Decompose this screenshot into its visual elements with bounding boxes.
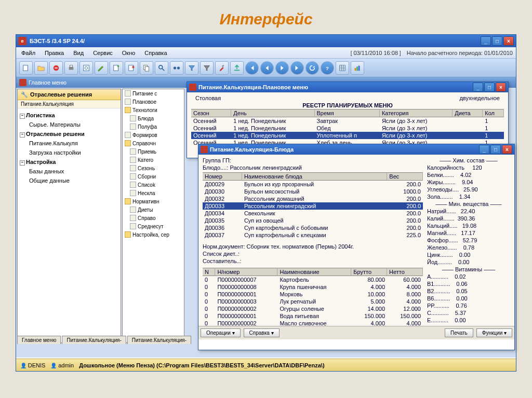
tb-add-icon[interactable] xyxy=(110,61,123,75)
tb-preview-icon[interactable] xyxy=(79,61,93,75)
category-item[interactable]: Сборни xyxy=(123,172,184,181)
ingredient-row[interactable]: 0П00000000001Морковь10.0008.000 xyxy=(203,291,423,298)
tb-first-icon[interactable] xyxy=(245,61,259,75)
menu-edit[interactable]: Правка xyxy=(43,49,66,57)
nav-tree-item[interactable]: Логистика xyxy=(19,111,119,120)
tb-next-icon[interactable] xyxy=(275,61,289,75)
close-button[interactable]: × xyxy=(503,36,514,46)
tb-search-icon[interactable] xyxy=(155,61,168,75)
tb-folder-icon[interactable] xyxy=(34,61,48,75)
ingredient-row[interactable]: 0П00000000002Огурцы соленые14.00012.000 xyxy=(203,305,423,312)
nav-tree-item[interactable]: Питание.Калькуля xyxy=(19,139,119,148)
tb-prev-icon[interactable] xyxy=(260,61,274,75)
dish-row[interactable]: Д00033Рассольник ленинградский200.0 xyxy=(203,202,423,210)
menu-help[interactable]: Справка xyxy=(142,49,169,57)
tb-delete-icon[interactable] xyxy=(49,61,63,75)
ops-button[interactable]: Операции ▾ xyxy=(201,328,241,337)
menu-window[interactable]: Окно xyxy=(120,49,138,57)
print-button[interactable]: Печать xyxy=(445,328,473,337)
plan-max-button[interactable]: □ xyxy=(484,83,495,92)
menu-file[interactable]: Файл xyxy=(19,49,37,57)
svg-rect-18 xyxy=(358,65,360,71)
tb-copy-icon[interactable] xyxy=(140,61,153,75)
tb-help-icon[interactable]: ? xyxy=(321,61,334,75)
dishes-window: Питание.Калькуляция-Блюда _ □ × Группа Г… xyxy=(198,144,515,350)
tb-filter-icon[interactable] xyxy=(185,61,198,75)
ingredient-row[interactable]: 0П00000000008Крупа пшеничная4.0004.000 xyxy=(203,283,423,291)
tb-refresh-icon[interactable] xyxy=(305,61,319,75)
help-button[interactable]: Справка ▾ xyxy=(244,328,280,337)
svg-rect-9 xyxy=(145,66,149,71)
category-item[interactable]: Сезонь xyxy=(123,164,184,172)
nav-tree-item[interactable]: Общие данные xyxy=(19,176,119,185)
dish-close-button[interactable]: × xyxy=(502,145,512,154)
plan-row[interactable]: Осенний1 нед. ПонедельникЗавтракЯсли (до… xyxy=(191,117,504,125)
tb-remove-icon[interactable] xyxy=(125,61,138,75)
ingredient-row[interactable]: 0П00000000001Вода питьевая150.000150.000 xyxy=(203,312,423,320)
nav-tree-item[interactable]: Отраслевые решени xyxy=(19,129,119,139)
category-item[interactable]: Списоk xyxy=(123,181,184,189)
tab-calc2[interactable]: Питание.Калькуляция- xyxy=(127,336,191,344)
category-item[interactable]: Среднесут xyxy=(123,222,184,230)
dish-row[interactable]: Д00035Суп из овощей200.0 xyxy=(203,217,423,224)
status-user: admin xyxy=(50,362,74,368)
category-item[interactable]: Диеты xyxy=(123,205,184,214)
chem-row: Кальций..... 19.08 xyxy=(427,222,510,229)
func-button[interactable]: Функции ▾ xyxy=(476,328,512,337)
plan-close-button[interactable]: × xyxy=(496,83,506,92)
dishes-titlebar[interactable]: Питание.Калькуляция-Блюда _ □ × xyxy=(198,144,514,155)
chem-row: Йод......... 0.00 xyxy=(427,258,510,266)
dish-row[interactable]: Д00029Бульон из кур прозрачный200.0 xyxy=(203,181,423,188)
category-item[interactable]: Справочн xyxy=(123,139,184,147)
ingredient-row[interactable]: 0П00000000007Картофель80.00060.000 xyxy=(203,276,423,283)
plan-menu-titlebar[interactable]: Питание.Калькуляция-Плановое меню _ □ × xyxy=(187,82,508,92)
maximize-button[interactable]: □ xyxy=(492,36,502,46)
tb-edit-icon[interactable] xyxy=(95,61,108,75)
nav-tree-item[interactable]: Базы данных xyxy=(19,167,119,176)
chem-row: А........... 0.02 xyxy=(427,273,510,280)
tb-export-icon[interactable] xyxy=(230,61,244,75)
category-item[interactable]: Технологи xyxy=(123,106,184,114)
category-item[interactable]: Нормативн xyxy=(123,197,184,205)
tb-grid-icon[interactable] xyxy=(336,61,349,75)
category-item[interactable]: Катего xyxy=(123,156,184,164)
plan-row[interactable]: Осенний1 нед. ПонедельникУплотненный пЯс… xyxy=(191,132,504,139)
ingredient-row[interactable]: 0П00000000003Лук репчатый5.0004.000 xyxy=(203,298,423,305)
dish-max-button[interactable]: □ xyxy=(490,145,501,154)
app-title: БЭСТ-5 /3.4 SP 24.4/ xyxy=(30,38,85,44)
nav-tree-item[interactable]: Загрузка настройки xyxy=(19,148,119,157)
category-item[interactable]: Блюда xyxy=(123,114,184,122)
category-item[interactable]: Формиров xyxy=(123,131,184,139)
chem-row: В2.......... 0.05 xyxy=(427,287,510,295)
plan-row[interactable]: Осенний1 нед. ПонедельникОбедЯсли (до 3-… xyxy=(191,125,504,132)
category-item[interactable]: Питание с xyxy=(123,89,184,98)
tb-chart-icon[interactable] xyxy=(351,61,364,75)
tb-print-icon[interactable] xyxy=(64,61,78,75)
tab-main-menu[interactable]: Главное меню xyxy=(17,336,61,344)
tab-calc1[interactable]: Питание.Калькуляция- xyxy=(62,336,126,344)
minimize-button[interactable]: _ xyxy=(481,36,491,46)
tb-binoculars-icon[interactable] xyxy=(170,61,183,75)
menu-service[interactable]: Сервис xyxy=(91,49,115,57)
category-item[interactable]: Полуфа xyxy=(123,122,184,131)
category-item[interactable]: Нескла xyxy=(123,189,184,197)
dish-min-button[interactable]: _ xyxy=(479,145,489,154)
category-item[interactable]: Справо xyxy=(123,214,184,222)
dish-row[interactable]: Д00036Суп картофельный с бобовыми200.0 xyxy=(203,224,423,231)
tb-new-icon[interactable] xyxy=(19,61,33,75)
dish-row[interactable]: Д00030Бульон мясокостный1000.0 xyxy=(203,188,423,195)
dish-row[interactable]: Д00034Свекольник200.0 xyxy=(203,210,423,217)
plan-min-button[interactable]: _ xyxy=(473,83,483,92)
category-item[interactable]: Плановое xyxy=(123,98,184,106)
ingredient-row[interactable]: 0П00000000002Масло сливочное4.0004.000 xyxy=(203,320,423,327)
dish-row[interactable]: Д00032Рассольник домашний200.0 xyxy=(203,195,423,202)
nav-tree-item[interactable]: Сырье. Материалы xyxy=(19,120,119,129)
category-item[interactable]: Приемь xyxy=(123,147,184,156)
category-item[interactable]: Настройка, сер xyxy=(123,230,184,239)
menu-view[interactable]: Вид xyxy=(71,49,86,57)
tb-tools-icon[interactable] xyxy=(215,61,229,75)
tb-last-icon[interactable] xyxy=(290,61,304,75)
tb-filter2-icon[interactable] xyxy=(200,61,214,75)
nav-tree-item[interactable]: Настройка xyxy=(19,157,119,167)
dish-row[interactable]: Д00037Суп картофельный с клецками225.0 xyxy=(203,231,423,239)
